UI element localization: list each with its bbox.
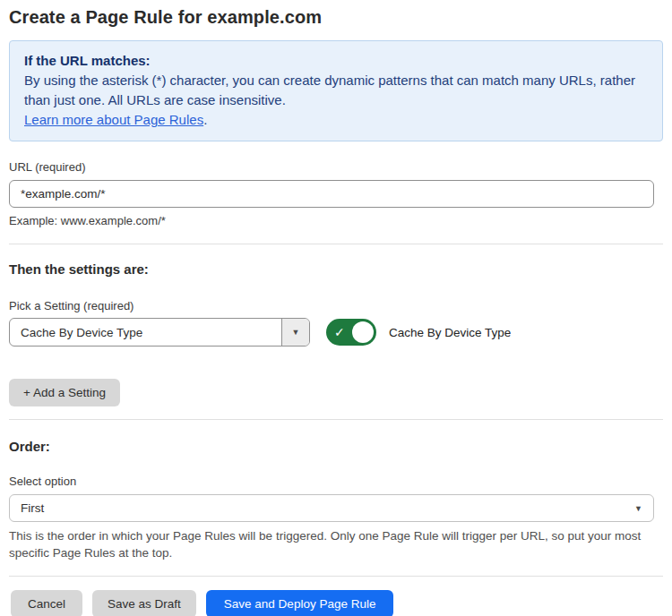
url-example-hint: Example: www.example.com/* [9, 214, 663, 227]
order-section-heading: Order: [9, 439, 663, 454]
setting-row: Cache By Device Type ▼ ✓ Cache By Device… [9, 318, 663, 346]
order-select-label: Select option [9, 475, 663, 488]
url-match-info-box: If the URL matches: By using the asteris… [9, 40, 663, 141]
dropdown-arrow-button[interactable]: ▼ [281, 319, 309, 346]
order-select-value: First [21, 501, 634, 515]
footer-actions: Cancel Save as Draft Save and Deploy Pag… [9, 590, 663, 616]
order-select[interactable]: First ▼ [9, 494, 654, 522]
order-help-text: This is the order in which your Page Rul… [9, 527, 656, 561]
info-box-heading: If the URL matches: [24, 51, 648, 71]
settings-section-heading: Then the settings are: [9, 261, 663, 277]
divider [9, 419, 663, 420]
chevron-down-icon: ▼ [292, 328, 300, 337]
link-suffix: . [203, 112, 207, 127]
setting-dropdown-value: Cache By Device Type [10, 319, 281, 346]
url-input[interactable] [9, 180, 654, 208]
save-and-deploy-button[interactable]: Save and Deploy Page Rule [206, 590, 394, 616]
setting-dropdown[interactable]: Cache By Device Type ▼ [9, 318, 310, 346]
learn-more-link[interactable]: Learn more about Page Rules [24, 112, 203, 127]
cancel-button[interactable]: Cancel [11, 590, 82, 616]
setting-toggle-label: Cache By Device Type [389, 326, 511, 339]
info-box-body: By using the asterisk (*) character, you… [24, 71, 648, 110]
toggle-knob [352, 321, 374, 343]
divider [9, 576, 663, 577]
save-as-draft-button[interactable]: Save as Draft [92, 590, 196, 616]
setting-picker-label: Pick a Setting (required) [9, 299, 663, 312]
add-setting-button[interactable]: + Add a Setting [9, 379, 120, 406]
page-title: Create a Page Rule for example.com [9, 7, 663, 28]
divider [9, 244, 663, 244]
create-page-rule-form: Create a Page Rule for example.com If th… [0, 0, 672, 616]
check-icon: ✓ [334, 324, 345, 340]
info-box-link-line: Learn more about Page Rules. [24, 110, 648, 130]
url-field-label: URL (required) [9, 160, 663, 174]
setting-toggle[interactable]: ✓ [326, 319, 376, 346]
chevron-down-icon: ▼ [634, 504, 642, 513]
